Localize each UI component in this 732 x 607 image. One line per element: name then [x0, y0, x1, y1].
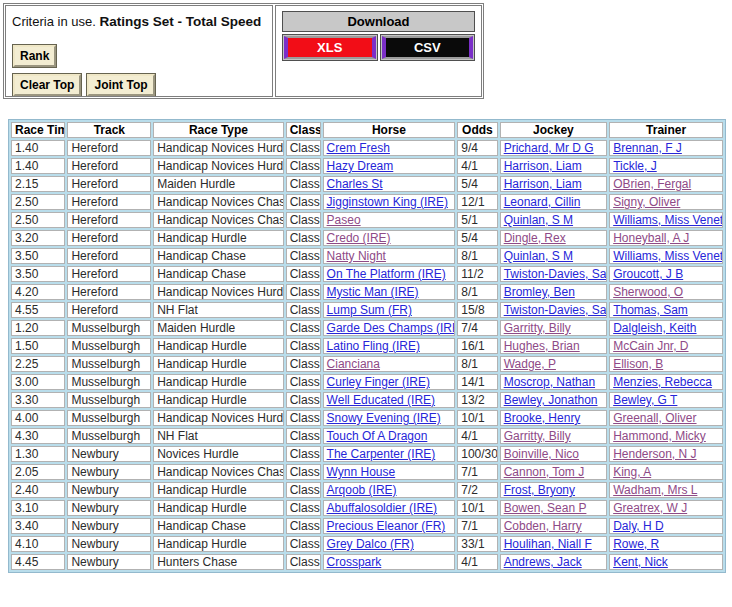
table-row: 3.30MusselburghHandicap HurdleClass 2Wel…	[11, 392, 723, 408]
horse-link-cell: Lump Sum (FR)	[323, 302, 456, 318]
horse-link[interactable]: Snowy Evening (IRE)	[327, 411, 441, 425]
trainer-link[interactable]: Hammond, Micky	[613, 429, 706, 443]
trainer-link[interactable]: Thomas, Sam	[613, 303, 688, 317]
horse-link[interactable]: Garde Des Champs (IRE)	[327, 321, 456, 335]
track-cell: Musselburgh	[67, 320, 151, 336]
jockey-link[interactable]: Frost, Bryony	[504, 483, 575, 497]
odds-cell: 33/1	[457, 536, 497, 552]
horse-link[interactable]: Precious Eleanor (FR)	[327, 519, 446, 533]
class-cell: Class 5	[286, 248, 321, 264]
download-xls-button[interactable]: XLS	[284, 36, 376, 59]
horse-link[interactable]: Natty Night	[327, 249, 386, 263]
trainer-link-cell: Tickle, J	[609, 158, 723, 174]
trainer-link[interactable]: Brennan, F J	[613, 141, 682, 155]
horse-link[interactable]: Curley Finger (IRE)	[327, 375, 430, 389]
jockey-link[interactable]: Cannon, Tom J	[504, 465, 585, 479]
trainer-link[interactable]: Bewley, G T	[613, 393, 677, 407]
horse-link[interactable]: Crosspark	[327, 555, 382, 569]
jockey-link[interactable]: Harrison, Liam	[504, 159, 582, 173]
class-cell: Class 4	[286, 176, 321, 192]
race-type-cell: Handicap Novices Chase	[153, 194, 284, 210]
jockey-link[interactable]: Quinlan, S M	[504, 213, 573, 227]
trainer-link[interactable]: Menzies, Rebecca	[613, 375, 712, 389]
odds-cell: 9/4	[457, 140, 497, 156]
horse-link[interactable]: Charles St	[327, 177, 383, 191]
jockey-link[interactable]: Twiston-Davies, Sam	[504, 267, 607, 281]
jockey-link[interactable]: Bewley, Jonathon	[504, 393, 598, 407]
trainer-link[interactable]: Greenall, Oliver	[613, 411, 696, 425]
clear-top-button[interactable]: Clear Top	[13, 74, 81, 96]
download-csv-button[interactable]: CSV	[382, 36, 474, 59]
trainer-link[interactable]: Sherwood, O	[613, 285, 683, 299]
jockey-link[interactable]: Moscrop, Nathan	[504, 375, 595, 389]
jockey-link[interactable]: Prichard, Mr D G	[504, 141, 594, 155]
horse-link-cell: Jigginstown King (IRE)	[323, 194, 456, 210]
jockey-link[interactable]: Andrews, Jack	[504, 555, 582, 569]
race-type-cell: Hunters Chase	[153, 554, 284, 570]
jockey-link[interactable]: Quinlan, S M	[504, 249, 573, 263]
horse-link[interactable]: The Carpenter (IRE)	[327, 447, 436, 461]
trainer-link[interactable]: Henderson, N J	[613, 447, 696, 461]
jockey-link-cell: Twiston-Davies, Sam	[500, 302, 607, 318]
horse-link[interactable]: Arqoob (IRE)	[327, 483, 397, 497]
horse-link[interactable]: Touch Of A Dragon	[327, 429, 428, 443]
horse-link[interactable]: Mystic Man (IRE)	[327, 285, 419, 299]
horse-link[interactable]: Abuffalosoldier (IRE)	[327, 501, 438, 515]
trainer-link[interactable]: Honeyball, A J	[613, 231, 689, 245]
jockey-link-cell: Moscrop, Nathan	[500, 374, 607, 390]
jockey-link[interactable]: Leonard, Cillin	[504, 195, 581, 209]
trainer-link[interactable]: Williams, Miss Venetia	[613, 213, 723, 227]
horse-link[interactable]: Jigginstown King (IRE)	[327, 195, 448, 209]
horse-link[interactable]: Hazy Dream	[327, 159, 394, 173]
odds-cell: 7/4	[457, 320, 497, 336]
jockey-link[interactable]: Bowen, Sean P	[504, 501, 587, 515]
jockey-link[interactable]: Wadge, P	[504, 357, 556, 371]
trainer-link[interactable]: Groucott, J B	[613, 267, 683, 281]
trainer-link[interactable]: McCain Jnr, D	[613, 339, 688, 353]
trainer-link[interactable]: Kent, Nick	[613, 555, 668, 569]
jockey-link[interactable]: Brooke, Henry	[504, 411, 581, 425]
jockey-link[interactable]: Garritty, Billy	[504, 321, 571, 335]
trainer-link[interactable]: Wadham, Mrs L	[613, 483, 697, 497]
trainer-link[interactable]: Ellison, B	[613, 357, 663, 371]
trainer-link-cell: Dalgleish, Keith	[609, 320, 723, 336]
trainer-link[interactable]: Tickle, J	[613, 159, 657, 173]
trainer-link[interactable]: Signy, Oliver	[613, 195, 680, 209]
trainer-link[interactable]: Greatrex, W J	[613, 501, 687, 515]
horse-link[interactable]: Wynn House	[327, 465, 396, 479]
jockey-link[interactable]: Harrison, Liam	[504, 177, 582, 191]
horse-link[interactable]: Cianciana	[327, 357, 380, 371]
trainer-link[interactable]: OBrien, Fergal	[613, 177, 691, 191]
jockey-link-cell: Garritty, Billy	[500, 320, 607, 336]
trainer-link[interactable]: Dalgleish, Keith	[613, 321, 696, 335]
jockey-link[interactable]: Bromley, Ben	[504, 285, 575, 299]
table-row: 3.50HerefordHandicap ChaseClass 5Natty N…	[11, 248, 723, 264]
horse-link[interactable]: On The Platform (IRE)	[327, 267, 446, 281]
trainer-link[interactable]: Williams, Miss Venetia	[613, 249, 723, 263]
jockey-link[interactable]: Dingle, Rex	[504, 231, 566, 245]
joint-top-button[interactable]: Joint Top	[87, 74, 154, 96]
track-cell: Musselburgh	[67, 374, 151, 390]
horse-link[interactable]: Crem Fresh	[327, 141, 390, 155]
trainer-link[interactable]: King, A	[613, 465, 651, 479]
horse-link[interactable]: Lump Sum (FR)	[327, 303, 412, 317]
rank-button[interactable]: Rank	[13, 45, 56, 67]
class-cell: Class 2	[286, 374, 321, 390]
jockey-link[interactable]: Hughes, Brian	[504, 339, 580, 353]
horse-link[interactable]: Latino Fling (IRE)	[327, 339, 420, 353]
race-time-cell: 3.10	[11, 500, 65, 516]
jockey-link[interactable]: Houlihan, Niall F	[504, 537, 592, 551]
race-type-cell: Handicap Novices Hurdle	[153, 284, 284, 300]
trainer-link[interactable]: Daly, H D	[613, 519, 663, 533]
horse-link-cell: Hazy Dream	[323, 158, 456, 174]
class-cell: Class 4	[286, 410, 321, 426]
trainer-link[interactable]: Rowe, R	[613, 537, 659, 551]
jockey-link[interactable]: Twiston-Davies, Sam	[504, 303, 607, 317]
jockey-link[interactable]: Boinville, Nico	[504, 447, 579, 461]
jockey-link[interactable]: Garritty, Billy	[504, 429, 571, 443]
horse-link[interactable]: Paseo	[327, 213, 361, 227]
horse-link[interactable]: Well Educated (IRE)	[327, 393, 436, 407]
horse-link[interactable]: Credo (IRE)	[327, 231, 391, 245]
horse-link[interactable]: Grey Dalco (FR)	[327, 537, 414, 551]
jockey-link[interactable]: Cobden, Harry	[504, 519, 582, 533]
